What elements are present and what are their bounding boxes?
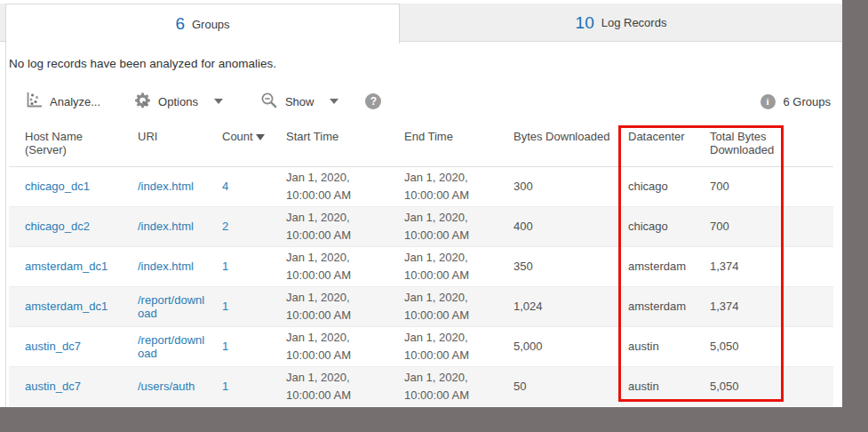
- panel-left-border: [5, 4, 6, 407]
- table-header-row: Host Name (Server) URI Count Start Time …: [9, 124, 833, 166]
- column-header-uri: URI: [131, 124, 215, 166]
- column-header-host-name: Host Name (Server): [9, 124, 131, 166]
- host-link[interactable]: chicago_dc1: [25, 180, 90, 193]
- host-link[interactable]: austin_dc7: [25, 340, 81, 353]
- uri-link[interactable]: /users/auth: [138, 380, 195, 393]
- tab-groups-label: Groups: [192, 18, 230, 31]
- count-link[interactable]: 1: [222, 340, 228, 353]
- column-header-start-time: Start Time: [279, 124, 397, 166]
- end-time-cell: Jan 1, 2020, 10:00:00 AM: [397, 366, 506, 406]
- count-link[interactable]: 2: [222, 220, 228, 233]
- info-icon[interactable]: i: [760, 94, 776, 109]
- column-header-end-time: End Time: [397, 124, 506, 166]
- start-time-cell: Jan 1, 2020, 10:00:00 AM: [279, 366, 397, 406]
- uri-link[interactable]: /index.html: [138, 180, 194, 193]
- tab-log-records[interactable]: 10 Log Records: [400, 4, 842, 42]
- analyze-button-label: Analyze...: [50, 95, 100, 108]
- chevron-down-icon: [330, 99, 338, 104]
- bytes-downloaded-cell: 1,024: [506, 286, 621, 326]
- total-bytes-cell: 5,050: [703, 366, 833, 406]
- zoom-out-icon: [260, 92, 278, 112]
- column-header-bytes-downloaded: Bytes Downloaded: [506, 124, 621, 166]
- toolbar: Analyze... Options Show: [0, 88, 842, 115]
- column-header-total-bytes-downloaded: Total Bytes Downloaded: [703, 124, 833, 166]
- start-time-cell: Jan 1, 2020, 10:00:00 AM: [279, 286, 397, 326]
- host-link[interactable]: amsterdam_dc1: [25, 300, 108, 313]
- count-link[interactable]: 1: [222, 300, 228, 313]
- show-menu-label: Show: [285, 95, 315, 108]
- count-link[interactable]: 4: [222, 180, 228, 193]
- column-header-count[interactable]: Count: [215, 124, 279, 166]
- bytes-downloaded-cell: 50: [506, 366, 621, 406]
- host-link[interactable]: austin_dc7: [25, 380, 81, 393]
- host-link[interactable]: chicago_dc2: [25, 220, 90, 233]
- groups-summary-label: 6 Groups: [784, 95, 831, 108]
- bytes-downloaded-cell: 5,000: [506, 326, 621, 366]
- count-link[interactable]: 1: [222, 380, 228, 393]
- datacenter-cell: amsterdam: [621, 286, 703, 326]
- end-time-cell: Jan 1, 2020, 10:00:00 AM: [397, 326, 506, 366]
- table-row: chicago_dc2 /index.html 2 Jan 1, 2020, 1…: [9, 206, 833, 246]
- end-time-cell: Jan 1, 2020, 10:00:00 AM: [397, 166, 506, 206]
- options-menu-label: Options: [158, 95, 198, 108]
- column-header-datacenter: Datacenter: [621, 124, 703, 166]
- end-time-cell: Jan 1, 2020, 10:00:00 AM: [397, 206, 506, 246]
- chevron-down-icon: [214, 99, 223, 104]
- total-bytes-cell: 1,374: [703, 246, 833, 286]
- gear-icon: [134, 92, 151, 111]
- count-link[interactable]: 1: [222, 260, 228, 273]
- status-message: No log records have been analyzed for an…: [9, 57, 276, 70]
- analyze-button[interactable]: Analyze...: [25, 92, 100, 112]
- datacenter-cell: chicago: [621, 206, 703, 246]
- datacenter-cell: amsterdam: [621, 246, 703, 286]
- table-row: austin_dc7 /users/auth 1 Jan 1, 2020, 10…: [9, 366, 833, 406]
- table-row: amsterdam_dc1 /report/download 1 Jan 1, …: [9, 286, 833, 326]
- scatter-chart-icon: [25, 92, 43, 112]
- total-bytes-cell: 700: [703, 206, 833, 246]
- total-bytes-cell: 700: [703, 166, 833, 206]
- end-time-cell: Jan 1, 2020, 10:00:00 AM: [397, 286, 506, 326]
- options-menu-button[interactable]: Options: [134, 92, 223, 111]
- desktop-background: [0, 407, 842, 432]
- table-row: amsterdam_dc1 /index.html 1 Jan 1, 2020,…: [9, 246, 833, 286]
- tab-log-records-label: Log Records: [601, 16, 667, 29]
- start-time-cell: Jan 1, 2020, 10:00:00 AM: [279, 206, 397, 246]
- datacenter-cell: chicago: [621, 166, 703, 206]
- table-row: austin_dc7 /report/download 1 Jan 1, 202…: [9, 326, 833, 366]
- datacenter-cell: austin: [621, 326, 703, 366]
- help-icon[interactable]: ?: [365, 93, 381, 109]
- sort-descending-icon: [256, 134, 265, 140]
- start-time-cell: Jan 1, 2020, 10:00:00 AM: [279, 166, 397, 206]
- uri-link[interactable]: /index.html: [138, 220, 194, 233]
- tab-groups[interactable]: 6 Groups: [5, 4, 400, 44]
- bytes-downloaded-cell: 350: [506, 246, 621, 286]
- desktop-background: [842, 0, 868, 432]
- tab-log-records-count: 10: [576, 13, 594, 33]
- total-bytes-cell: 5,050: [703, 326, 833, 366]
- total-bytes-cell: 1,374: [703, 286, 833, 326]
- start-time-cell: Jan 1, 2020, 10:00:00 AM: [279, 326, 397, 366]
- table-row: chicago_dc1 /index.html 4 Jan 1, 2020, 1…: [9, 166, 833, 206]
- uri-link[interactable]: /index.html: [138, 260, 194, 273]
- end-time-cell: Jan 1, 2020, 10:00:00 AM: [397, 246, 506, 286]
- datacenter-cell: austin: [621, 366, 703, 406]
- uri-link[interactable]: /report/download: [138, 333, 204, 360]
- groups-table: Host Name (Server) URI Count Start Time …: [9, 124, 833, 406]
- groups-summary: i 6 Groups: [760, 94, 831, 109]
- host-link[interactable]: amsterdam_dc1: [25, 260, 108, 273]
- log-analytics-panel: 6 Groups 10 Log Records No log records h…: [0, 0, 842, 407]
- uri-link[interactable]: /report/download: [138, 293, 204, 320]
- start-time-cell: Jan 1, 2020, 10:00:00 AM: [279, 246, 397, 286]
- bytes-downloaded-cell: 400: [506, 206, 621, 246]
- show-menu-button[interactable]: Show: [260, 92, 339, 112]
- tab-groups-count: 6: [175, 14, 185, 34]
- bytes-downloaded-cell: 300: [506, 166, 621, 206]
